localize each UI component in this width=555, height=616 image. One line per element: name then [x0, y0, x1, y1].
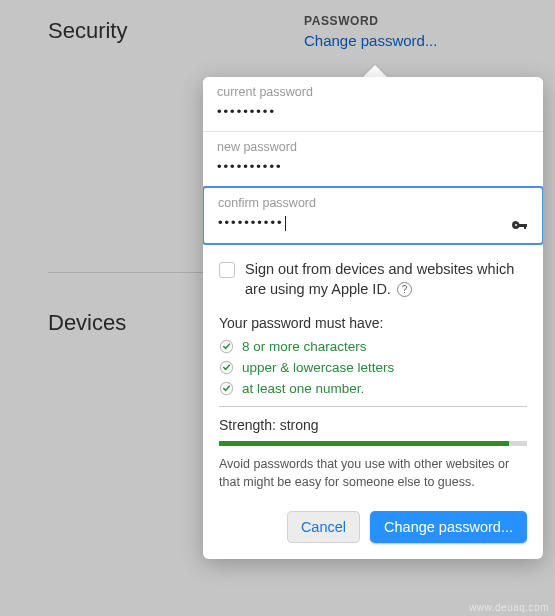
change-password-link[interactable]: Change password... [304, 32, 437, 49]
requirement-text: at least one number. [242, 381, 364, 396]
check-icon [219, 339, 234, 354]
watermark: www.deuaq.com [469, 602, 549, 613]
help-icon[interactable]: ? [397, 282, 412, 297]
change-password-button[interactable]: Change password... [370, 511, 527, 543]
confirm-password-field[interactable]: confirm password •••••••••• [203, 186, 543, 245]
popover-arrow [363, 65, 387, 77]
text-cursor [285, 216, 286, 231]
requirement-item: at least one number. [219, 381, 527, 396]
new-password-field[interactable]: new password •••••••••• [203, 132, 543, 187]
confirm-password-value: •••••••••• [218, 215, 528, 231]
strength-meter-fill [219, 441, 509, 446]
current-password-label: current password [217, 85, 529, 99]
horizontal-rule [219, 406, 527, 407]
change-password-popover: current password ••••••••• new password … [203, 77, 543, 559]
new-password-value: •••••••••• [217, 159, 529, 174]
requirement-item: 8 or more characters [219, 339, 527, 354]
confirm-password-label: confirm password [218, 196, 528, 210]
requirement-text: upper & lowercase letters [242, 360, 394, 375]
requirement-item: upper & lowercase letters [219, 360, 527, 375]
strength-meter [219, 441, 527, 446]
strength-label: Strength: strong [219, 417, 527, 433]
current-password-field[interactable]: current password ••••••••• [203, 77, 543, 132]
password-caption: PASSWORD [304, 14, 437, 28]
new-password-label: new password [217, 140, 529, 154]
section-title-devices: Devices [48, 310, 126, 336]
password-key-icon[interactable] [510, 218, 528, 235]
current-password-value: ••••••••• [217, 104, 529, 119]
requirement-text: 8 or more characters [242, 339, 367, 354]
check-icon [219, 381, 234, 396]
signout-checkbox[interactable] [219, 262, 235, 278]
signout-label: Sign out from devices and websites which… [245, 260, 527, 299]
password-advice: Avoid passwords that you use with other … [219, 456, 527, 491]
requirements-title: Your password must have: [219, 315, 527, 331]
section-title-security: Security [48, 18, 127, 44]
cancel-button[interactable]: Cancel [287, 511, 360, 543]
check-icon [219, 360, 234, 375]
